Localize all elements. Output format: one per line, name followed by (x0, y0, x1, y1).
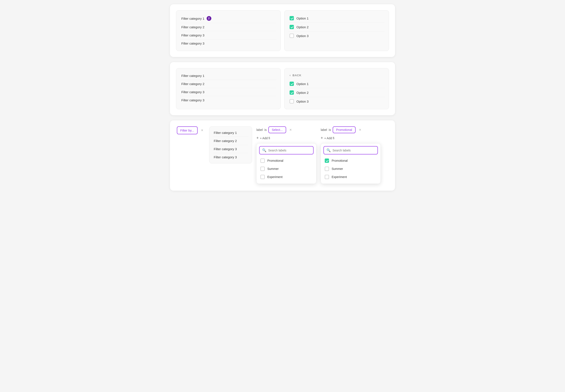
right-panel-2: ‹ BACK Option 1 Option 2 Option 3 (284, 68, 389, 109)
option-label-1-2: Option 2 (296, 25, 309, 29)
filter-row-2: label is Promotional × (321, 126, 381, 133)
dropdown-label-1-1: Promotional (267, 159, 283, 162)
category-label-2-4: Filter category 3 (181, 98, 204, 102)
card-1: Filter category 1 2 Filter category 2 Fi… (170, 4, 395, 57)
dropdown-label-1-2: Summer (267, 167, 279, 170)
category-item-1-1[interactable]: Filter category 1 2 (180, 14, 276, 23)
dropdown-label-2-2: Summer (332, 167, 343, 170)
category-item-1-2[interactable]: Filter category 2 (180, 23, 276, 31)
option-item-1-3[interactable]: Option 3 (289, 31, 385, 40)
filter-by-close-button[interactable]: × (199, 127, 205, 133)
option-label-2-3: Option 3 (296, 100, 309, 103)
dropdown-option-1-1[interactable]: Promotional (259, 157, 314, 165)
plus-icon-2: + (321, 136, 323, 140)
checkbox-1-3[interactable] (290, 34, 294, 38)
filter-select-button-2[interactable]: Promotional (333, 126, 356, 133)
dropdown-checkbox-2-2[interactable] (325, 167, 329, 171)
two-panel-2: Filter category 1 Filter category 2 Filt… (176, 68, 389, 109)
filter-label-text-2: label (321, 128, 327, 131)
search-input-2[interactable] (333, 149, 375, 152)
option-label-2-1: Option 1 (296, 82, 309, 86)
option-label-1-3: Option 3 (296, 34, 309, 38)
filter-row-1: label is Select... × (256, 126, 316, 133)
dropdown-option-2-1[interactable]: Promotional (323, 157, 378, 165)
filter-label-text-1: label (256, 128, 263, 131)
filter-group-1: label is Select... × + + Add fi 🔍 (256, 126, 316, 184)
dropdown-checkbox-1-3[interactable] (261, 175, 265, 179)
option-item-1-1[interactable]: Option 1 (289, 14, 385, 23)
dropdown-checkbox-1-2[interactable] (261, 167, 265, 171)
dropdown-checkbox-2-3[interactable] (325, 175, 329, 179)
filter-select-button-1[interactable]: Select... (268, 126, 286, 133)
search-icon-2: 🔍 (326, 148, 331, 152)
category-label-1-1: Filter category 1 (181, 17, 204, 20)
filter-group1-close-button[interactable]: × (288, 127, 294, 133)
search-icon-1: 🔍 (262, 148, 266, 152)
plus-icon-1: + (256, 136, 259, 140)
option-item-2-3[interactable]: Option 3 (289, 97, 385, 106)
dropdown-option-1-3[interactable]: Experiment (259, 173, 314, 181)
bottom-cat-1[interactable]: Filter category 1 (213, 129, 248, 137)
two-panel-1: Filter category 1 2 Filter category 2 Fi… (176, 10, 389, 51)
dropdown-label-2-1: Promotional (332, 159, 348, 162)
dropdown-option-2-2[interactable]: Summer (323, 165, 378, 173)
back-chevron-icon: ‹ (290, 73, 291, 77)
search-wrapper-1: 🔍 (259, 146, 314, 154)
checkbox-1-2[interactable] (290, 25, 294, 29)
bottom-cat-label-3: Filter category 3 (214, 147, 237, 151)
back-button[interactable]: ‹ BACK (289, 72, 385, 80)
add-filter-label-1: + Add fi (260, 137, 270, 140)
search-input-1[interactable] (268, 149, 311, 152)
category-label-2-1: Filter category 1 (181, 74, 204, 78)
checkbox-2-1[interactable] (290, 82, 294, 86)
search-wrapper-2: 🔍 (323, 146, 378, 154)
dropdown-checkbox-1-1[interactable] (261, 158, 265, 163)
dropdown-label-2-3: Experiment (332, 175, 347, 179)
add-filter-row-1[interactable]: + + Add fi (256, 135, 316, 141)
card-2: Filter category 1 Filter category 2 Filt… (170, 62, 395, 115)
dropdown-label-1-3: Experiment (267, 175, 283, 179)
filter-is-text-1: is (264, 128, 267, 131)
bottom-cat-3[interactable]: Filter category 3 (213, 145, 248, 153)
category-item-2-2[interactable]: Filter category 2 (180, 80, 276, 88)
bottom-cat-2[interactable]: Filter category 2 (213, 137, 248, 145)
add-filter-label-2: + Add fi (324, 137, 334, 140)
filter-is-text-2: is (329, 128, 331, 131)
add-filter-row-2[interactable]: + + Add fi (321, 135, 381, 141)
bottom-cat-label-1: Filter category 1 (214, 131, 237, 135)
right-panel-1: Option 1 Option 2 Option 3 (284, 10, 389, 51)
option-label-2-2: Option 2 (296, 91, 309, 95)
filter-group-2: label is Promotional × + + Add fi 🔍 (321, 126, 381, 184)
bottom-cat-label-4: Filter category 3 (214, 155, 237, 159)
filter-group2-close-button[interactable]: × (357, 127, 363, 133)
bottom-left-panel: Filter category 1 Filter category 2 Filt… (209, 126, 252, 163)
left-panel-1: Filter category 1 2 Filter category 2 Fi… (176, 10, 281, 51)
dropdown-option-1-2[interactable]: Summer (259, 165, 314, 173)
option-item-1-2[interactable]: Option 2 (289, 23, 385, 31)
category-item-1-4[interactable]: Filter category 3 (180, 39, 276, 47)
category-label-1-3: Filter category 3 (181, 33, 204, 37)
dropdown-option-2-3[interactable]: Experiment (323, 173, 378, 181)
category-label-2-2: Filter category 2 (181, 82, 204, 86)
category-item-2-3[interactable]: Filter category 3 (180, 88, 276, 96)
bottom-cat-4[interactable]: Filter category 3 (213, 153, 248, 161)
filter-by-group: Filter by... × (177, 126, 205, 134)
dropdown-checkbox-2-1[interactable] (325, 158, 329, 163)
category-item-2-1[interactable]: Filter category 1 (180, 72, 276, 80)
option-item-2-1[interactable]: Option 1 (289, 80, 385, 88)
filter-bar: Filter by... × Filter category 1 Filter … (177, 126, 388, 184)
checkbox-1-1[interactable] (290, 16, 294, 20)
category-item-1-3[interactable]: Filter category 3 (180, 31, 276, 39)
category-item-2-4[interactable]: Filter category 3 (180, 96, 276, 104)
checkbox-2-2[interactable] (290, 90, 294, 95)
left-panel-2: Filter category 1 Filter category 2 Filt… (176, 68, 281, 109)
filter-by-button[interactable]: Filter by... (177, 126, 198, 134)
dropdown-panel-1: 🔍 Promotional Summer Experiment (256, 143, 316, 184)
category-label-1-2: Filter category 2 (181, 25, 204, 29)
category-label-1-4: Filter category 3 (181, 42, 204, 45)
option-item-2-2[interactable]: Option 2 (289, 88, 385, 97)
category-label-2-3: Filter category 3 (181, 90, 204, 94)
card-3: Filter by... × Filter category 1 Filter … (170, 120, 395, 191)
bottom-cat-label-2: Filter category 2 (214, 139, 237, 143)
checkbox-2-3[interactable] (290, 99, 294, 103)
